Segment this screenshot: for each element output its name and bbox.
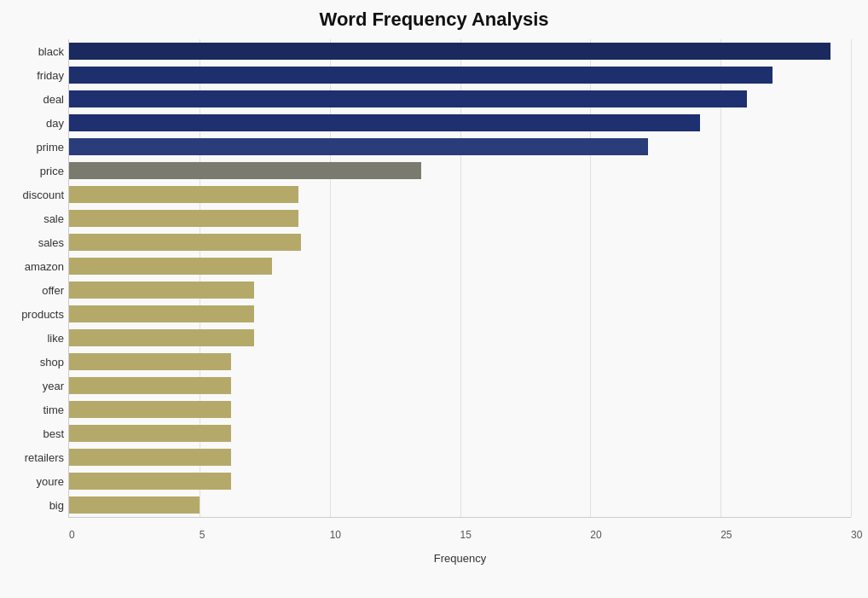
bar-segment xyxy=(69,138,648,155)
bar-row: day xyxy=(69,111,851,135)
bar-row: year xyxy=(69,374,851,398)
x-axis-label: Frequency xyxy=(434,552,486,565)
bar-label: discount xyxy=(4,189,64,201)
bar-segment xyxy=(69,258,272,275)
bar-segment xyxy=(69,353,231,370)
bar-row: black xyxy=(69,39,851,63)
chart-container: Word Frequency Analysis blackfridaydeald… xyxy=(0,0,868,598)
bar-segment xyxy=(69,377,231,394)
bar-row: sales xyxy=(69,230,851,254)
bar-row: big xyxy=(69,493,851,517)
bar-row: shop xyxy=(69,350,851,374)
bar-segment xyxy=(69,305,254,322)
bar-label: year xyxy=(4,380,64,392)
bar-label: products xyxy=(4,308,64,321)
bar-label: time xyxy=(4,404,64,416)
bar-segment xyxy=(69,162,421,179)
bars-wrapper: blackfridaydealdayprimepricediscountsale… xyxy=(68,39,851,518)
bar-label: shop xyxy=(4,356,64,369)
bar-segment xyxy=(69,234,301,251)
bar-label: sale xyxy=(4,212,64,225)
bar-label: offer xyxy=(4,284,64,297)
bar-segment xyxy=(69,329,254,346)
bar-row: discount xyxy=(69,183,851,206)
bar-label: big xyxy=(4,499,64,512)
bar-row: friday xyxy=(69,63,851,87)
bar-segment xyxy=(69,496,200,514)
bar-label: sales xyxy=(4,236,64,249)
bar-row: deal xyxy=(69,87,851,111)
bar-row: offer xyxy=(69,278,851,302)
bar-row: sale xyxy=(69,206,851,230)
bar-row: products xyxy=(69,302,851,326)
bar-label: price xyxy=(4,165,64,177)
bar-label: best xyxy=(4,427,64,440)
bar-segment xyxy=(69,67,773,84)
chart-area: blackfridaydealdayprimepricediscountsale… xyxy=(68,39,851,518)
grid-line xyxy=(851,39,852,517)
bar-label: retailers xyxy=(4,451,64,464)
bar-row: price xyxy=(69,159,851,183)
bar-segment xyxy=(69,401,231,418)
bar-row: amazon xyxy=(69,254,851,278)
bar-row: prime xyxy=(69,135,851,159)
chart-title: Word Frequency Analysis xyxy=(17,9,851,31)
bar-label: prime xyxy=(4,141,64,154)
bar-row: youre xyxy=(69,469,851,493)
bar-segment xyxy=(69,425,231,442)
bar-label: black xyxy=(4,45,64,58)
bar-segment xyxy=(69,473,231,490)
bar-segment xyxy=(69,90,747,107)
bar-row: best xyxy=(69,421,851,445)
bar-segment xyxy=(69,282,254,299)
bar-row: like xyxy=(69,326,851,350)
bar-label: youre xyxy=(4,475,64,488)
bar-segment xyxy=(69,210,298,227)
bar-segment xyxy=(69,114,700,131)
bar-segment xyxy=(69,43,830,60)
bar-label: friday xyxy=(4,69,64,82)
bar-label: deal xyxy=(4,93,64,106)
bar-row: retailers xyxy=(69,445,851,469)
bar-segment xyxy=(69,186,298,203)
bar-label: day xyxy=(4,117,64,130)
bar-segment xyxy=(69,449,231,466)
bar-row: time xyxy=(69,398,851,421)
bar-label: like xyxy=(4,332,64,345)
bar-label: amazon xyxy=(4,260,64,273)
